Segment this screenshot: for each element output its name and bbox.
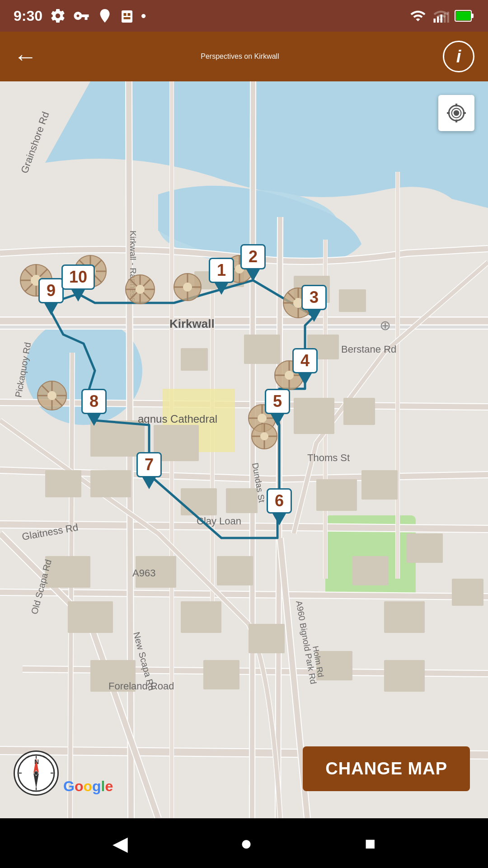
svg-rect-48 <box>203 660 239 689</box>
svg-rect-45 <box>384 601 425 633</box>
info-button[interactable]: i <box>443 41 474 72</box>
svg-rect-30 <box>343 398 375 425</box>
nav-home-button[interactable]: ● <box>240 832 253 854</box>
map-pin-4[interactable]: 4 <box>292 348 318 385</box>
svg-text:⊕: ⊕ <box>380 318 391 333</box>
svg-text:N: N <box>34 758 39 765</box>
svg-rect-3 <box>128 13 131 16</box>
svg-rect-33 <box>181 488 217 515</box>
svg-rect-41 <box>407 533 443 563</box>
battery-icon <box>455 9 474 23</box>
svg-text:Kirkwall - Rapness: Kirkwall - Rapness <box>128 231 138 302</box>
svg-rect-4 <box>124 17 131 19</box>
wifi-icon <box>408 8 427 24</box>
svg-rect-36 <box>361 470 398 500</box>
svg-rect-26 <box>244 335 280 364</box>
compass: N <box>14 750 59 796</box>
status-left: 9:30 • <box>14 8 146 24</box>
svg-rect-40 <box>352 556 389 585</box>
key-icon <box>73 8 89 24</box>
sim-icon <box>120 8 134 24</box>
svg-rect-12 <box>456 11 470 20</box>
map-pin-9[interactable]: 9 <box>38 278 64 315</box>
svg-rect-22 <box>181 348 208 371</box>
back-button[interactable]: ← <box>14 43 37 70</box>
nav-back-button[interactable]: ◀ <box>113 832 128 855</box>
svg-text:Thoms St: Thoms St <box>307 452 350 463</box>
nav-bar: ◀ ● ■ <box>0 818 488 868</box>
signal-icon <box>433 8 449 24</box>
map-svg: Grainshore Rd Kirkwall - Rapness Kirkwal… <box>0 81 488 818</box>
status-right <box>408 8 474 24</box>
svg-rect-31 <box>45 470 81 497</box>
svg-rect-43 <box>181 601 221 633</box>
app-title: Perspectives on Kirkwall <box>201 52 279 61</box>
svg-rect-8 <box>444 13 446 23</box>
map-pin-7[interactable]: 7 <box>136 452 162 489</box>
svg-rect-9 <box>447 12 450 23</box>
location-button[interactable] <box>438 95 474 131</box>
svg-point-160 <box>34 771 38 775</box>
svg-rect-44 <box>249 624 285 653</box>
status-bar: 9:30 • <box>0 0 488 32</box>
map-container[interactable]: Grainshore Rd Kirkwall - Rapness Kirkwal… <box>0 81 488 818</box>
map-pin-2[interactable]: 2 <box>240 244 266 281</box>
svg-text:Kirkwall: Kirkwall <box>169 317 215 330</box>
change-map-button[interactable]: CHANGE MAP <box>303 746 470 791</box>
map-pin-1[interactable]: 1 <box>209 258 234 295</box>
svg-text:Berstane Rd: Berstane Rd <box>341 344 396 355</box>
map-pin-6[interactable]: 6 <box>267 488 292 525</box>
dot-indicator: • <box>141 8 146 24</box>
svg-rect-46 <box>452 579 483 606</box>
map-pin-10[interactable]: 10 <box>61 264 95 302</box>
svg-rect-39 <box>217 556 253 585</box>
svg-text:A963: A963 <box>132 567 155 579</box>
svg-rect-27 <box>90 420 145 457</box>
svg-rect-5 <box>434 19 436 23</box>
map-pin-3[interactable]: 3 <box>301 285 327 322</box>
svg-rect-35 <box>316 479 357 511</box>
time-display: 9:30 <box>14 8 42 24</box>
settings-icon <box>50 8 66 24</box>
google-logo: Google <box>63 778 113 795</box>
svg-rect-42 <box>68 601 113 633</box>
map-pin-5[interactable]: 5 <box>265 389 290 426</box>
svg-rect-32 <box>90 470 131 497</box>
svg-rect-6 <box>437 17 439 23</box>
app-bar: ← Perspectives on Kirkwall i <box>0 32 488 81</box>
svg-text:agnus Cathedral: agnus Cathedral <box>138 413 217 425</box>
svg-rect-50 <box>384 660 425 692</box>
svg-text:Foreland Road: Foreland Road <box>108 680 174 692</box>
svg-rect-24 <box>339 289 366 312</box>
svg-rect-1 <box>122 10 132 23</box>
svg-rect-11 <box>471 14 474 18</box>
svg-rect-29 <box>294 398 334 434</box>
location-icon <box>97 8 113 24</box>
nav-recent-button[interactable]: ■ <box>365 833 375 854</box>
map-pin-8[interactable]: 8 <box>81 389 107 426</box>
svg-rect-2 <box>124 13 127 16</box>
svg-point-68 <box>454 110 460 116</box>
svg-rect-7 <box>441 14 443 23</box>
svg-rect-34 <box>226 488 258 513</box>
